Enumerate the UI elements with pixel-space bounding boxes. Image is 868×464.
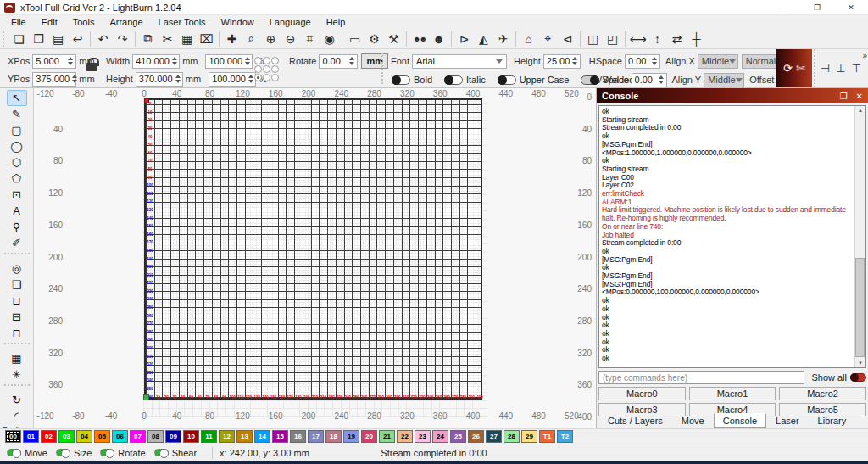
height-percent-input[interactable]: 100.000 (209, 72, 256, 87)
menu-item[interactable]: Edit (34, 16, 65, 28)
save-file-icon[interactable]: ▤ (48, 30, 68, 48)
font-toggle[interactable]: Italic (444, 75, 486, 85)
preview-icon[interactable]: ▭ (345, 30, 364, 48)
toggle-switch[interactable] (444, 75, 463, 85)
spinner[interactable] (170, 57, 177, 65)
toolbar-grip[interactable] (3, 31, 7, 47)
vspace-input[interactable]: 0.00 (632, 73, 667, 87)
edit-nodes-tool[interactable]: ✐ (7, 235, 27, 251)
distribute-h-icon[interactable]: ⟷ (628, 30, 648, 48)
ellipse-tool[interactable]: ◯ (7, 138, 27, 154)
palette-chip[interactable]: 24 (432, 430, 448, 443)
spinner[interactable] (570, 57, 577, 65)
palette-chip[interactable]: 14 (254, 430, 270, 443)
font-height-input[interactable]: 25.00 (543, 54, 581, 69)
palette-chip[interactable]: 08 (147, 430, 164, 443)
toolbar-separator[interactable] (515, 31, 516, 47)
align-bottom-icon[interactable]: ⊥ (836, 62, 845, 75)
palette-chip[interactable]: 07 (130, 430, 146, 443)
command-input[interactable]: (type commands here) (598, 371, 804, 384)
close-button[interactable]: ✕ (834, 0, 868, 14)
delete-icon[interactable]: ⌧ (197, 30, 216, 48)
palette-grip[interactable] (4, 253, 30, 259)
palette-chip[interactable]: T2 (557, 430, 573, 443)
panel-tab[interactable]: Console (714, 413, 766, 428)
panel-tab[interactable]: Laser (766, 413, 809, 428)
zoom-out-icon[interactable]: ⊖ (281, 30, 300, 48)
transform-toggle[interactable]: Move (7, 448, 47, 458)
float-panel-icon[interactable]: ❐ (840, 92, 848, 101)
toggle-switch[interactable] (392, 75, 410, 85)
palette-chip[interactable]: 20 (361, 430, 377, 443)
circular-array-tool[interactable]: ✳ (7, 366, 27, 383)
font-family-select[interactable]: Arial (412, 54, 507, 69)
palette-chip[interactable]: 11 (201, 430, 217, 443)
palette-chip[interactable]: 17 (308, 430, 324, 443)
zoom-to-page-icon[interactable]: ⌕ (242, 30, 261, 48)
font-toggle[interactable]: Bold (392, 75, 432, 85)
toolbar-separator[interactable] (451, 31, 452, 47)
boolean-intersect-tool[interactable]: ⊓ (7, 325, 27, 341)
toolbar-separator[interactable] (219, 31, 220, 47)
start-icon[interactable]: ⊳ (454, 30, 474, 48)
align-left-icon[interactable]: ⊣ (821, 62, 830, 75)
rectangle-tool[interactable]: ▢ (7, 122, 27, 138)
edit-rect-tool[interactable]: ⊡ (7, 187, 27, 203)
close-panel-icon[interactable]: ✕ (856, 92, 863, 101)
boolean-subtract-tool[interactable]: ⊟ (7, 309, 27, 325)
spinner[interactable] (656, 75, 664, 84)
menu-item[interactable]: Tools (65, 16, 103, 28)
macro-button[interactable]: Macro2 (779, 387, 866, 400)
font-toggle[interactable]: Upper Case (498, 75, 570, 85)
toolbar-separator[interactable] (625, 31, 626, 47)
hspace-input[interactable]: 0.00 (625, 54, 660, 69)
macro-button[interactable]: Macro0 (598, 387, 686, 400)
palette-chip[interactable]: 21 (379, 430, 395, 443)
palette-chip[interactable]: 16 (290, 430, 306, 443)
rubber-band-frame-icon[interactable]: ◰ (603, 30, 622, 48)
draw-lines-tool[interactable]: ✎ (7, 106, 27, 122)
toolbar-separator[interactable] (135, 31, 136, 47)
ypos-input[interactable]: 375.000 (32, 72, 76, 87)
panel-tab[interactable]: Cuts / Layers (598, 413, 672, 428)
rotate-input[interactable]: 0.00 (319, 54, 358, 69)
palette-chip[interactable]: 15 (272, 430, 288, 443)
mirror-icon[interactable]: ◭ (474, 30, 493, 48)
frame-selection-icon[interactable]: ⌗ (300, 30, 320, 48)
palette-chip[interactable]: 18 (326, 430, 342, 443)
toggle-switch[interactable] (56, 449, 70, 456)
show-all-toggle[interactable] (850, 373, 866, 382)
minimize-button[interactable]: — (766, 0, 800, 14)
palette-chip[interactable]: 01 (23, 430, 39, 443)
select-tool[interactable]: ↖ (7, 90, 27, 106)
menu-item[interactable]: Arrange (102, 16, 150, 28)
paste-icon[interactable]: ▦ (177, 30, 197, 48)
toggle-switch[interactable] (498, 75, 516, 85)
palette-chip[interactable]: 04 (76, 430, 92, 443)
polygon-tool[interactable]: ⬡ (7, 154, 27, 171)
palette-grip[interactable] (4, 384, 30, 390)
palette-chip[interactable]: 02 (41, 430, 57, 443)
palette-chip[interactable]: 06 (112, 430, 128, 443)
open-file-icon[interactable]: ❒ (29, 30, 48, 48)
menu-item[interactable]: Help (319, 16, 353, 28)
camera-icon[interactable]: ◉ (320, 30, 339, 48)
mm-unit-button[interactable]: mm (361, 53, 388, 69)
copy-along-path-tool[interactable]: ↻ (7, 392, 27, 408)
palette-chip[interactable]: 27 (486, 430, 502, 443)
boolean-union-tool[interactable]: ⊔ (7, 293, 27, 309)
palette-chip[interactable]: T1 (539, 430, 555, 443)
menu-item[interactable]: Laser Tools (151, 16, 214, 28)
grid-design-object[interactable]: 0102030405060708090100110120130140150160… (144, 98, 482, 400)
machine-settings-icon[interactable]: ⚒ (384, 30, 403, 48)
panel-tab[interactable]: Library (809, 413, 856, 428)
palette-chip[interactable]: 23 (415, 430, 431, 443)
macro-button[interactable]: Macro1 (689, 387, 776, 400)
grid-array-tool[interactable]: ▦ (7, 350, 27, 366)
menu-item[interactable]: Window (214, 16, 262, 28)
settings-gear-icon[interactable]: ⚙ (364, 30, 384, 48)
toolbar-separator[interactable] (580, 31, 581, 47)
spinner[interactable] (347, 57, 354, 65)
console-log[interactable]: okStarting streamStream completed in 0:0… (598, 105, 866, 368)
xpos-input[interactable]: 5.000 (32, 54, 76, 69)
